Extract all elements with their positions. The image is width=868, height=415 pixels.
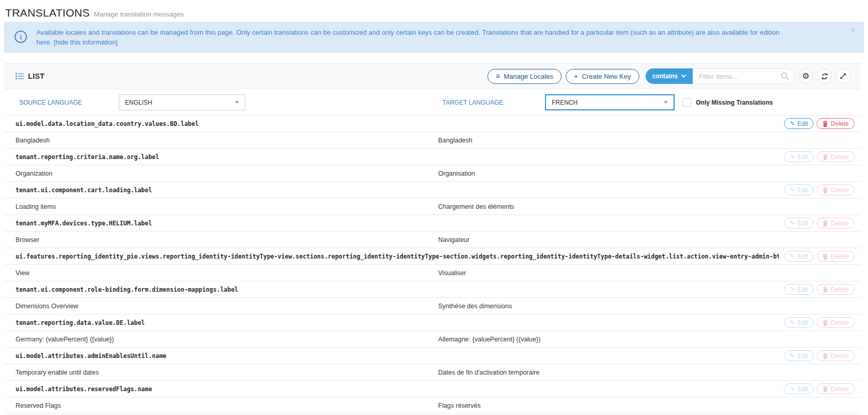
chevron-down-icon [681,75,686,78]
translation-values-row: Dimensions OverviewSynthèse des dimensio… [4,298,861,314]
target-translation: Synthèse des dimensions [438,303,512,310]
row-actions: ✎EditDelete [779,383,855,394]
edit-label: Edit [797,253,808,260]
edit-button[interactable]: ✎Edit [784,218,814,228]
row-actions: ✎EditDelete [779,350,855,361]
target-language-select[interactable]: FRENCH [545,94,675,110]
translation-key-row: ui.model.data.location_data.country.valu… [4,116,861,132]
delete-button[interactable]: Delete [817,118,855,129]
translation-values-row: Temporary enable until datesDates de fin… [4,364,861,381]
trash-icon [822,187,828,193]
toolbar: ≡ Manage Locales + Create New Key contai… [487,68,850,84]
panel-header: LIST ≡ Manage Locales + Create New Key c… [4,63,861,89]
refresh-button[interactable] [817,69,832,83]
manage-locales-label: Manage Locales [503,73,553,80]
row-actions: ✎EditDelete [779,151,855,162]
edit-label: Edit [797,120,808,127]
create-new-key-label: Create New Key [582,73,631,80]
delete-button[interactable]: Delete [817,350,855,361]
plus-icon: + [574,73,578,80]
source-language-value: ENGLISH [125,99,152,106]
caret-down-icon [235,101,239,104]
edit-label: Edit [797,153,808,161]
translation-key: tenant.myMFA.devices.type.HELIUM.label [16,220,152,227]
delete-label: Delete [831,385,849,393]
trash-icon [822,121,828,127]
delete-button[interactable]: Delete [817,184,855,195]
target-translation: Bangladesh [438,137,472,144]
translation-key: tenant.ui.component.cart.loading.label [16,187,152,194]
pencil-icon: ✎ [790,320,794,325]
trash-icon [822,287,828,293]
source-language-select[interactable]: ENGLISH [119,94,245,110]
hide-information-link[interactable]: [hide this information] [53,38,118,46]
close-icon[interactable]: × [850,26,856,35]
info-banner: i Available locales and translations can… [4,22,864,53]
page-subtitle: Manage translation messages [94,10,184,18]
menu-icon: ≡ [496,73,500,80]
manage-locales-button[interactable]: ≡ Manage Locales [487,69,562,84]
edit-label: Edit [797,286,808,293]
filter-input[interactable] [693,68,794,84]
translation-key: ui.features.reporting_identity_pie.views… [16,253,779,260]
gear-icon: ⚙ [802,72,809,80]
filter-mode-dropdown[interactable]: contains [646,68,693,84]
filter-mode-label: contains [652,73,678,80]
list-icon [16,73,24,80]
target-translation: Navigateur [438,236,469,244]
expand-icon [839,73,847,80]
translation-key-row: tenant.reporting.data.value.DE.label✎Edi… [4,314,861,331]
translation-key: ui.model.data.location_data.country.valu… [16,120,199,127]
delete-button[interactable]: Delete [817,251,855,262]
edit-button[interactable]: ✎Edit [784,284,814,295]
filter-input-wrap [693,68,794,84]
translation-key: ui.model.attributes.reservedFlags.name [16,385,152,393]
row-actions: ✎EditDelete [779,284,855,295]
only-missing-checkbox[interactable] [682,98,691,107]
translation-key-row: ui.features.reporting_identity_pie.views… [4,248,861,265]
expand-button[interactable] [836,69,850,83]
delete-button[interactable]: Delete [817,151,855,162]
delete-label: Delete [831,187,849,194]
edit-button[interactable]: ✎Edit [784,118,814,129]
edit-button[interactable]: ✎Edit [784,184,814,195]
row-actions: ✎EditDelete [779,118,855,129]
pencil-icon: ✎ [790,154,794,160]
translation-key: tenant.reporting.criteria.name.org.label [16,153,159,161]
create-new-key-button[interactable]: + Create New Key [566,69,639,84]
source-translation: Organization [16,170,52,177]
trash-icon [822,386,828,392]
translation-key-row: ui.model.attributes.reservedFlags.name✎E… [4,381,861,397]
delete-button[interactable]: Delete [817,383,855,394]
target-translation: Visualiser [438,269,466,277]
delete-button[interactable]: Delete [817,317,855,328]
panel-title-label: LIST [28,72,45,80]
delete-label: Delete [831,286,849,293]
edit-button[interactable]: ✎Edit [784,383,814,394]
source-translation: Loading items [16,203,56,210]
delete-button[interactable]: Delete [817,218,855,228]
delete-button[interactable]: Delete [817,284,855,295]
pencil-icon: ✎ [790,220,794,226]
translation-values-row: Loading itemsChargement des éléments [4,198,861,215]
delete-label: Delete [831,319,849,326]
translation-key: tenant.reporting.data.value.DE.label [16,319,145,326]
translations-page: TRANSLATIONS Manage translation messages… [0,0,868,414]
trash-icon [822,320,828,326]
source-translation: Germany: {valuePercent} ({value}) [16,336,114,343]
trash-icon [822,253,828,260]
edit-button[interactable]: ✎Edit [784,151,814,162]
edit-label: Edit [797,319,808,326]
source-translation: Temporary enable until dates [16,369,99,376]
translation-key: ui.model.attributes.adminEnablesUntil.na… [16,352,166,360]
edit-button[interactable]: ✎Edit [784,251,814,262]
trash-icon [822,220,828,226]
translation-values-row: BrowserNavigateur [4,232,861,248]
edit-button[interactable]: ✎Edit [784,350,814,361]
translation-values-row: OrganizationOrganisation [4,165,861,182]
settings-button[interactable]: ⚙ [799,69,813,83]
delete-label: Delete [831,153,849,161]
edit-button[interactable]: ✎Edit [784,317,814,328]
edit-label: Edit [797,352,808,360]
search-icon [781,72,789,80]
